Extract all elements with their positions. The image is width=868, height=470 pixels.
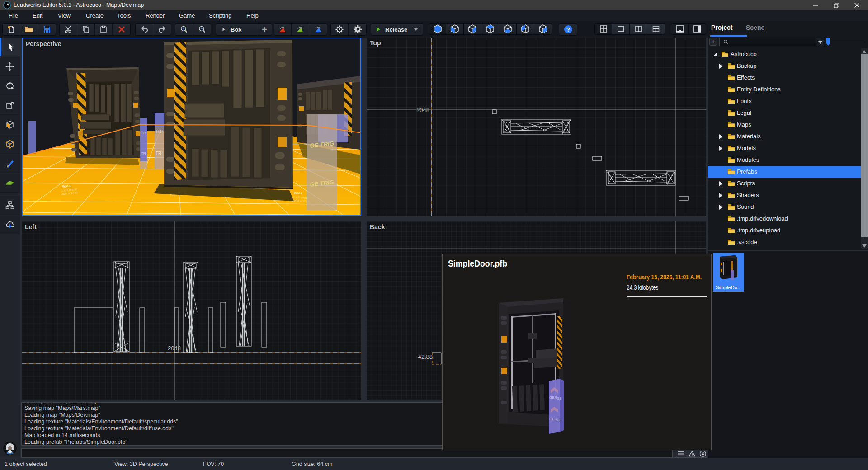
svg-text:TRI: TRI — [156, 151, 163, 156]
svg-text:GER: GER — [549, 417, 557, 421]
svg-text:WALL: WALL — [294, 191, 303, 195]
svg-text:TR: TR — [141, 151, 146, 155]
svg-text:42.88: 42.88 — [418, 353, 433, 360]
svg-text:GE: GE — [557, 418, 561, 422]
svg-text:GER: GER — [549, 395, 557, 400]
svg-text:2048: 2048 — [168, 345, 181, 352]
svg-text:TRI: TRI — [156, 129, 163, 134]
svg-text:TR: TR — [141, 131, 146, 135]
svg-text:2048: 2048 — [416, 107, 429, 113]
svg-text:GE: GE — [557, 397, 561, 400]
svg-text:?: ? — [566, 26, 570, 33]
